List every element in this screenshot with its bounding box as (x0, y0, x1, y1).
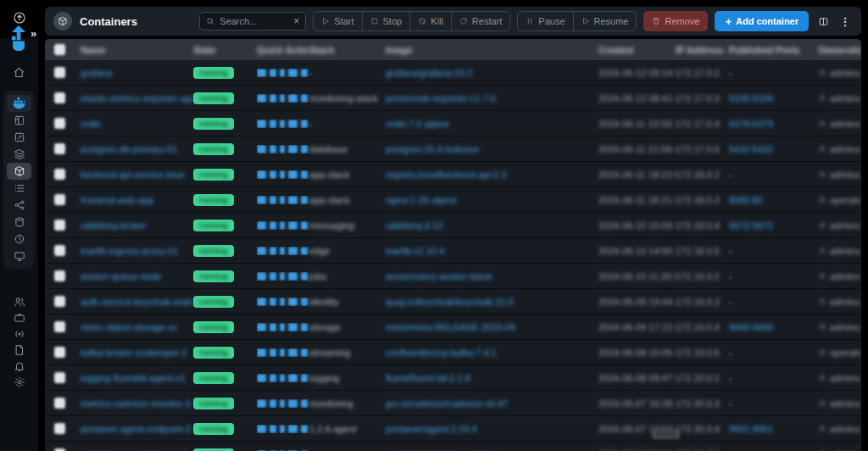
console-icon[interactable] (288, 69, 298, 77)
restart-button[interactable]: Restart (451, 12, 509, 31)
table-row[interactable]: auth-service-keycloak-main running ident… (45, 289, 861, 315)
image-link[interactable]: quay.io/keycloak/keycloak:22.0 (386, 297, 598, 307)
inspect-icon[interactable] (270, 196, 276, 204)
ports-link[interactable]: 5432:5432 (729, 144, 818, 154)
attach-icon[interactable] (301, 399, 308, 408)
table-row[interactable]: elastic-metrics-exporter-agent running m… (45, 86, 861, 111)
sidebar-item-volumes[interactable] (3, 214, 35, 231)
logs-icon[interactable] (257, 399, 266, 408)
sidebar-item-images[interactable] (3, 180, 35, 197)
sidebar-item-app-templates[interactable] (3, 129, 35, 146)
ports-link[interactable]: 8080:80 (729, 195, 818, 205)
table-row[interactable]: traefik-ingress-proxy-01 running edge tr… (45, 238, 861, 264)
ports-link[interactable]: - (729, 398, 818, 409)
image-link[interactable]: prom/node-exporter:v1.7.0 (386, 93, 598, 103)
container-name-link[interactable]: rabbitmq-broker (81, 220, 193, 231)
table-row[interactable]: backend-api-service-blue running app-sta… (45, 162, 861, 187)
console-icon[interactable] (288, 170, 298, 179)
add-container-button[interactable]: + Add container (715, 11, 809, 31)
container-name-link[interactable]: logging-fluentbit-agent-x1 (81, 373, 193, 383)
attach-icon[interactable] (301, 221, 308, 230)
stats-icon[interactable] (280, 374, 285, 382)
sidebar-item-notifications[interactable] (0, 358, 38, 374)
inspect-icon[interactable] (270, 221, 276, 230)
image-link[interactable]: nginx:1.25-alpine (386, 195, 598, 205)
stats-icon[interactable] (280, 120, 285, 128)
attach-icon[interactable] (301, 196, 308, 204)
ports-link[interactable]: - (729, 170, 818, 180)
stats-icon[interactable] (280, 323, 285, 331)
inspect-icon[interactable] (270, 374, 276, 382)
column-header-name[interactable]: Name (81, 45, 193, 55)
container-name-link[interactable]: elastic-metrics-exporter-agent (81, 93, 193, 103)
sidebar-item-containers[interactable] (3, 163, 35, 180)
stats-icon[interactable] (280, 298, 285, 306)
table-row[interactable]: rabbitmq-broker running messaging rabbit… (45, 213, 861, 238)
column-header-ip[interactable]: IP Address (676, 45, 729, 55)
attach-icon[interactable] (301, 374, 308, 382)
row-checkbox[interactable] (45, 270, 81, 281)
ports-link[interactable]: - (729, 271, 818, 281)
attach-icon[interactable] (301, 69, 308, 77)
image-link[interactable]: gcr.io/cadvisor/cadvisor:v0.47 (386, 398, 598, 409)
container-name-link[interactable]: worker-queue-node (81, 271, 193, 281)
sidebar-item-dashboard[interactable] (3, 112, 35, 129)
stats-icon[interactable] (280, 348, 285, 357)
console-icon[interactable] (288, 399, 298, 408)
container-name-link[interactable]: metrics-cadvisor-monitor-3 (81, 398, 193, 409)
inspect-icon[interactable] (270, 425, 276, 433)
table-row[interactable]: portainer-agent-endpoint-2 running 1.2.4… (45, 416, 861, 442)
logs-icon[interactable] (257, 425, 266, 433)
console-icon[interactable] (288, 120, 298, 128)
image-link[interactable]: traefik:v2.10.4 (386, 246, 598, 256)
ports-link[interactable]: 9100:9100 (729, 93, 818, 103)
stats-icon[interactable] (280, 247, 285, 255)
row-checkbox[interactable] (45, 398, 81, 409)
container-name-link[interactable]: backend-api-service-blue (81, 170, 193, 180)
stats-icon[interactable] (280, 94, 285, 103)
console-icon[interactable] (288, 221, 298, 230)
logs-icon[interactable] (257, 247, 266, 255)
sidebar-item-host[interactable] (3, 248, 35, 264)
logs-icon[interactable] (257, 298, 266, 306)
logs-icon[interactable] (257, 69, 266, 77)
image-link[interactable]: postgres:15.4-bullseye (386, 144, 598, 154)
row-checkbox[interactable] (45, 67, 81, 78)
inspect-icon[interactable] (270, 94, 276, 103)
console-icon[interactable] (288, 374, 298, 382)
container-name-link[interactable]: minio-object-storage-sv (81, 322, 193, 332)
inspect-icon[interactable] (270, 348, 276, 357)
attach-icon[interactable] (301, 348, 308, 357)
row-checkbox[interactable] (45, 169, 81, 180)
logs-icon[interactable] (257, 348, 266, 357)
console-icon[interactable] (288, 425, 298, 433)
sidebar-item-home[interactable] (0, 64, 38, 80)
column-header-image[interactable]: Image (386, 45, 598, 55)
logs-icon[interactable] (257, 221, 266, 230)
stop-button[interactable]: Stop (362, 12, 410, 31)
table-row[interactable]: logging-fluentbit-agent-x1 running loggi… (45, 365, 861, 391)
kebab-menu-icon[interactable]: ⋮ (837, 12, 853, 31)
table-row[interactable]: watchtower-updater-svc-1 running - conta… (45, 442, 861, 451)
row-checkbox[interactable] (45, 220, 81, 231)
table-row[interactable]: redis running - redis:7.2-alpine 2024-06… (45, 111, 861, 136)
logs-icon[interactable] (257, 374, 266, 382)
pause-button[interactable]: Pause (518, 12, 572, 31)
logs-icon[interactable] (257, 272, 266, 281)
image-link[interactable]: acme/celery-worker:latest (386, 271, 598, 281)
attach-icon[interactable] (301, 247, 308, 255)
logs-icon[interactable] (257, 94, 266, 103)
column-header-created[interactable]: Created (598, 45, 676, 55)
resume-button[interactable]: Resume (573, 12, 637, 31)
ports-link[interactable]: - (729, 68, 818, 78)
column-header-state[interactable]: State (193, 45, 257, 55)
sidebar-item-users[interactable] (0, 293, 38, 309)
row-checkbox[interactable] (45, 194, 81, 205)
image-link[interactable]: redis:7.2-alpine (386, 119, 598, 129)
remove-button[interactable]: Remove (643, 11, 708, 31)
kill-button[interactable]: Kill (409, 12, 451, 31)
sidebar-item-environments[interactable] (0, 309, 38, 326)
inspect-icon[interactable] (270, 145, 276, 153)
ports-link[interactable]: 9001:9001 (729, 424, 818, 434)
attach-icon[interactable] (301, 298, 308, 306)
